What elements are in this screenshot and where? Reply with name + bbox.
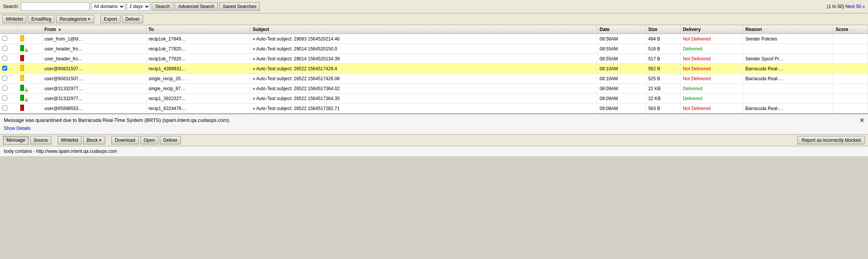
show-details-link[interactable]: Show Details — [0, 125, 868, 134]
row-date: 08:10AM — [597, 64, 646, 74]
header-score[interactable]: Score — [833, 25, 868, 34]
body-contains-text: body contains - http://www.spam.intent.q… — [0, 146, 868, 156]
table-row[interactable]: user@90831507…recip1_4389931…» Auto-Test… — [0, 64, 868, 74]
status-indicator — [20, 95, 24, 101]
header-subject[interactable]: Subject — [250, 25, 597, 34]
whitelist-toolbar-button[interactable]: Whitelist — [2, 15, 26, 23]
header-delivery[interactable]: Delivery — [680, 25, 743, 34]
open-button[interactable]: Open — [140, 136, 158, 144]
row-checkbox-cell — [0, 74, 18, 84]
row-subject: » Auto-Test subject: 26522 1564517364.35 — [250, 94, 597, 104]
header-size[interactable]: Size — [646, 25, 680, 34]
action-bar: Message Source Whitelist Block ▼ Downloa… — [0, 134, 868, 146]
row-date: 08:56AM — [597, 34, 646, 44]
pagination: (1 to 50) Next 50 » — [827, 4, 865, 9]
deliver-action-button[interactable]: Deliver — [160, 136, 181, 144]
row-size: 22 KB — [646, 84, 680, 94]
row-indicator-cell — [18, 34, 42, 44]
next-page-link[interactable]: Next 50 » — [845, 4, 865, 9]
row-from: user_header_fro… — [42, 44, 146, 54]
table-row[interactable]: user_header_fro…recip1ok_77820…» Auto-Te… — [0, 54, 868, 64]
detail-header: Message was quarantined due to Barracuda… — [0, 114, 868, 125]
row-subject: » Auto-Test subject: 26522 1564517364.02 — [250, 84, 597, 94]
header-to[interactable]: To — [146, 25, 250, 34]
row-subject: » Auto-Test subject: 29083 1564520214.46 — [250, 34, 597, 44]
row-from: user_header_fro… — [42, 54, 146, 64]
status-indicator — [20, 65, 24, 71]
email-table-container: From ▼ To Subject Date Size Delivery — [0, 25, 868, 113]
export-button[interactable]: Export — [100, 15, 121, 23]
header-indicator — [18, 25, 42, 34]
status-indicator — [20, 75, 24, 81]
row-size: 22 KB — [646, 94, 680, 104]
row-checkbox-cell — [0, 94, 18, 104]
header-reason[interactable]: Reason — [743, 25, 833, 34]
table-row[interactable]: 🔒user_header_fro…recip1ok_77820…» Auto-T… — [0, 44, 868, 54]
status-indicator — [20, 55, 24, 61]
row-to: recip1ok_27849… — [146, 34, 250, 44]
row-checkbox[interactable] — [2, 36, 7, 41]
pagination-text: (1 to 50) — [827, 4, 844, 9]
table-row[interactable]: user_from_1@bl…recip1ok_27849…» Auto-Tes… — [0, 34, 868, 44]
row-reason — [743, 94, 833, 104]
row-to: recip1_3922327… — [146, 94, 250, 104]
table-row[interactable]: 🔒user@31332977…recip1_3922327…» Auto-Tes… — [0, 94, 868, 104]
report-incorrectly-blocked-button[interactable]: Report as incorrectly blocked — [797, 136, 865, 144]
table-row[interactable]: user@90831507…single_recip_20…» Auto-Tes… — [0, 74, 868, 84]
header-from[interactable]: From ▼ — [42, 25, 146, 34]
row-from: user_from_1@bl… — [42, 34, 146, 44]
row-score — [833, 84, 868, 94]
source-button[interactable]: Source — [30, 136, 51, 144]
header-checkbox — [0, 25, 18, 34]
row-indicator-cell — [18, 64, 42, 74]
row-score — [833, 94, 868, 104]
row-checkbox[interactable] — [2, 96, 7, 100]
row-to: recip1_4389931… — [146, 64, 250, 74]
row-to: single_recip_20… — [146, 74, 250, 84]
emailreg-button[interactable]: EmailReg — [28, 15, 55, 23]
row-from: user@90831507… — [42, 64, 146, 74]
row-checkbox[interactable] — [2, 66, 7, 71]
row-indicator-cell — [18, 104, 42, 113]
row-checkbox[interactable] — [2, 105, 7, 110]
table-row[interactable]: 🔒user@31332977…single_recip_87…» Auto-Te… — [0, 84, 868, 94]
recategorize-button[interactable]: Recategorize ▼ — [56, 15, 94, 23]
row-checkbox-cell — [0, 34, 18, 44]
row-checkbox[interactable] — [2, 46, 7, 51]
row-size: 563 B — [646, 104, 680, 113]
row-size: 517 B — [646, 54, 680, 64]
row-score — [833, 104, 868, 113]
search-input[interactable] — [21, 2, 90, 11]
time-select[interactable]: 2 days — [127, 2, 150, 11]
row-indicator-cell: 🔒 — [18, 44, 42, 54]
status-indicator — [20, 105, 24, 111]
row-date: 08:55AM — [597, 54, 646, 64]
row-checkbox[interactable] — [2, 56, 7, 61]
row-checkbox[interactable] — [2, 86, 7, 91]
header-date[interactable]: Date — [597, 25, 646, 34]
search-bar: Search: All domains 2 days Search Advanc… — [0, 0, 868, 13]
advanced-search-button[interactable]: Advanced Search — [175, 2, 218, 11]
table-row[interactable]: user@65898553…recip1_6324476…» Auto-Test… — [0, 104, 868, 113]
row-from: user@90831507… — [42, 74, 146, 84]
deliver-toolbar-button[interactable]: Deliver — [122, 15, 143, 23]
row-date: 08:10AM — [597, 74, 646, 84]
row-checkbox-cell — [0, 84, 18, 94]
row-score — [833, 34, 868, 44]
domain-select[interactable]: All domains — [91, 2, 125, 11]
row-checkbox[interactable] — [2, 76, 7, 81]
message-button[interactable]: Message — [3, 136, 29, 144]
download-button[interactable]: Download — [111, 136, 138, 144]
row-size: 494 B — [646, 34, 680, 44]
search-button[interactable]: Search — [152, 2, 173, 11]
detail-close-button[interactable]: ✕ — [860, 117, 864, 123]
block-button[interactable]: Block ▼ — [83, 136, 105, 144]
lock-icon: 🔒 — [24, 87, 29, 92]
row-score — [833, 54, 868, 64]
saved-searches-button[interactable]: Saved Searches — [219, 2, 260, 11]
status-indicator — [20, 85, 24, 91]
row-checkbox-cell — [0, 44, 18, 54]
row-subject: » Auto-Test subject: 26522 1564517426.06 — [250, 74, 597, 84]
whitelist-action-button[interactable]: Whitelist — [58, 136, 82, 144]
row-indicator-cell — [18, 54, 42, 64]
